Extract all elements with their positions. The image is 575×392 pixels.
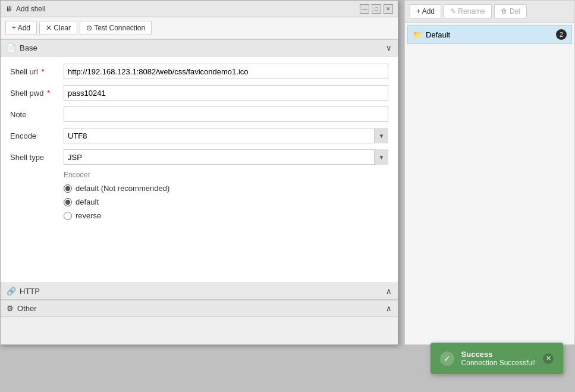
note-row: Note bbox=[10, 106, 388, 122]
shell-pwd-label: Shell pwd * bbox=[10, 89, 64, 98]
shell-type-select-wrapper: JSP PHP ASP ASPX ▼ bbox=[64, 149, 388, 165]
file-icon: 📄 bbox=[7, 43, 16, 52]
shell-type-label: Shell type bbox=[10, 153, 64, 162]
encoder-option-reverse: reverse bbox=[64, 211, 388, 220]
encoder-section: Encoder default (Not recommended) defaul… bbox=[10, 171, 388, 220]
http-chevron-icon: ∧ bbox=[386, 287, 392, 296]
maximize-button[interactable]: □ bbox=[372, 4, 381, 14]
base-section-label: Base bbox=[20, 43, 37, 52]
shell-url-row: Shell url * bbox=[10, 64, 388, 79]
encode-label: Encode bbox=[10, 131, 64, 140]
success-text-block: Success Connection Successful! bbox=[461, 350, 536, 367]
base-chevron-icon: ∨ bbox=[386, 43, 392, 52]
http-section-header-left: 🔗 HTTP bbox=[7, 287, 40, 296]
encoder-option-label-default-not-rec: default (Not recommended) bbox=[76, 184, 169, 193]
list-item[interactable]: 📁 Default 2 bbox=[407, 25, 572, 44]
shell-url-input[interactable] bbox=[64, 64, 388, 79]
list-item-label: Default bbox=[426, 30, 450, 39]
right-del-button[interactable]: 🗑 Del bbox=[494, 4, 527, 18]
encoder-option-label-default: default bbox=[76, 197, 99, 206]
right-panel: + Add ✎ Rename 🗑 Del 📁 Default 2 bbox=[404, 0, 575, 345]
success-title: Success bbox=[461, 350, 536, 359]
list-item-badge: 2 bbox=[556, 29, 567, 40]
encoder-radio-reverse[interactable] bbox=[64, 212, 72, 220]
form-scroll-content: Shell url * Shell pwd * Note Encode bbox=[1, 57, 398, 232]
success-notification: ✓ Success Connection Successful! ✕ bbox=[431, 343, 563, 374]
settings-icon: ⚙ bbox=[7, 304, 14, 313]
clear-button[interactable]: ✕ Clear bbox=[39, 21, 77, 35]
base-section-header-left: 📄 Base bbox=[7, 43, 37, 52]
encode-select-wrapper: UTF8 GBK GB2312 ISO-8859-1 ▼ bbox=[64, 128, 388, 143]
base-section-header[interactable]: 📄 Base ∨ bbox=[1, 39, 398, 57]
close-button[interactable]: ✕ bbox=[384, 4, 393, 14]
encoder-label: Encoder bbox=[64, 171, 388, 179]
add-button[interactable]: + Add bbox=[5, 21, 37, 35]
window-title-left: 🖥 Add shell bbox=[5, 5, 45, 13]
shell-url-label: Shell url * bbox=[10, 67, 64, 76]
shell-pwd-row: Shell pwd * bbox=[10, 85, 388, 101]
encoder-option-default-not-rec: default (Not recommended) bbox=[64, 184, 388, 193]
window-title: Add shell bbox=[16, 5, 45, 13]
test-connection-button[interactable]: ⊙ Test Connection bbox=[80, 21, 152, 35]
list-item-left: 📁 Default bbox=[413, 30, 450, 39]
right-add-button[interactable]: + Add bbox=[410, 4, 441, 18]
other-section-label: Other bbox=[17, 304, 37, 313]
http-section-label: HTTP bbox=[20, 287, 40, 296]
right-panel-list: 📁 Default 2 bbox=[405, 23, 574, 46]
http-icon: 🔗 bbox=[7, 287, 16, 296]
note-label: Note bbox=[10, 110, 64, 119]
toolbar: + Add ✕ Clear ⊙ Test Connection bbox=[1, 17, 398, 39]
right-panel-toolbar: + Add ✎ Rename 🗑 Del bbox=[405, 1, 574, 23]
folder-icon: 📁 bbox=[413, 30, 422, 39]
other-section-header[interactable]: ⚙ Other ∧ bbox=[1, 300, 398, 317]
shell-type-select[interactable]: JSP PHP ASP ASPX bbox=[64, 149, 388, 165]
window-controls: — □ ✕ bbox=[360, 4, 393, 14]
window-titlebar: 🖥 Add shell — □ ✕ bbox=[1, 1, 398, 17]
other-section-header-left: ⚙ Other bbox=[7, 304, 37, 313]
required-marker2: * bbox=[45, 89, 50, 98]
success-close-button[interactable]: ✕ bbox=[543, 353, 554, 364]
success-check-icon: ✓ bbox=[440, 352, 454, 366]
shell-pwd-input[interactable] bbox=[64, 85, 388, 101]
encode-row: Encode UTF8 GBK GB2312 ISO-8859-1 ▼ bbox=[10, 128, 388, 143]
minimize-button[interactable]: — bbox=[360, 4, 369, 14]
add-shell-window: 🖥 Add shell — □ ✕ + Add ✕ Clear ⊙ Test C… bbox=[0, 0, 398, 345]
required-marker: * bbox=[39, 67, 45, 76]
right-rename-button[interactable]: ✎ Rename bbox=[444, 4, 492, 18]
form-area: Shell url * Shell pwd * Note Encode bbox=[1, 57, 398, 283]
http-section-header[interactable]: 🔗 HTTP ∧ bbox=[1, 283, 398, 300]
success-message: Connection Successful! bbox=[461, 359, 536, 367]
other-chevron-icon: ∧ bbox=[386, 304, 392, 313]
encoder-radio-default[interactable] bbox=[64, 198, 72, 206]
encoder-option-default: default bbox=[64, 197, 388, 206]
encoder-option-label-reverse: reverse bbox=[76, 211, 101, 220]
shell-icon: 🖥 bbox=[5, 5, 12, 13]
note-input[interactable] bbox=[64, 106, 388, 122]
encoder-radio-default-not-rec[interactable] bbox=[64, 184, 72, 193]
encode-select[interactable]: UTF8 GBK GB2312 ISO-8859-1 bbox=[64, 128, 388, 143]
shell-type-row: Shell type JSP PHP ASP ASPX ▼ bbox=[10, 149, 388, 165]
